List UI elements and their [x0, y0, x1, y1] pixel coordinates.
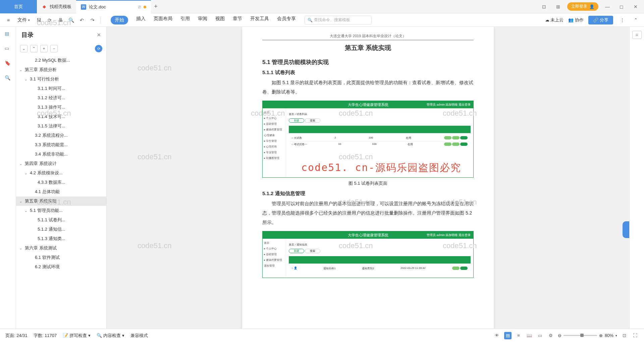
outline-item[interactable]: 6.2 测试环境 — [16, 262, 106, 272]
close-button[interactable]: ✕ — [631, 4, 641, 9]
outline-item[interactable]: 3.1.5 法律可... — [16, 121, 106, 131]
outline-item[interactable]: 3.1.4 技术可... — [16, 112, 106, 121]
preview-icon[interactable]: 🔍 — [67, 16, 75, 24]
collab-button[interactable]: 👥 协作 — [568, 17, 584, 23]
tab-home[interactable]: 首页 — [0, 0, 37, 13]
add-item-button[interactable]: + — [40, 45, 48, 52]
fullscreen-icon[interactable]: ⛶ — [631, 332, 639, 339]
menu-member[interactable]: 会员专享 — [277, 16, 296, 24]
print-icon[interactable]: 🖶 — [56, 16, 65, 24]
outline-item[interactable]: ⌄第四章 系统设计 — [16, 159, 106, 168]
outline-item[interactable]: ⌄4.2 系统模块设... — [16, 168, 106, 178]
outline-item[interactable]: ⌄第五章 系统实现 — [16, 196, 106, 206]
page-indicator[interactable]: 页面: 24/31 — [5, 333, 28, 339]
document-area[interactable]: 大连交通大学 2019 届本科生毕业设计（论文） 第五章 系统实现 5.1 管理… — [107, 27, 629, 329]
menubar: 开始 插入 页面布局 引用 审阅 视图 章节 开发工具 会员专享 — [111, 16, 296, 24]
bookmark-icon[interactable]: 🔖 — [5, 60, 11, 67]
outline-item[interactable]: ⌄第六章 系统测试 — [16, 243, 106, 253]
zoom-control[interactable]: ⊖ ⊕ 80%▾ — [558, 333, 617, 338]
heading-5-1: 5.1 管理员功能模块的实现 — [262, 58, 474, 66]
word-count[interactable]: 字数: 11707 — [34, 333, 57, 339]
file-menu[interactable]: 文件 ▾ — [15, 17, 33, 23]
redo-icon[interactable]: ↷ — [88, 16, 97, 24]
outline-item[interactable]: ⌄5.1 管理员功能... — [16, 206, 106, 215]
figure-5-1: 大学生心理健康管理系统管理员 admin 添加明细 退出登录 首页▸ 个人中心▸… — [262, 101, 474, 186]
menu-icon[interactable]: ≡ — [4, 16, 13, 24]
outline-item[interactable]: 4.1 总体功能 — [16, 187, 106, 196]
menu-dev[interactable]: 开发工具 — [250, 16, 269, 24]
outline-item[interactable]: 2.2 MySQL 数据... — [16, 56, 106, 65]
nav-icon[interactable]: ▭ — [5, 46, 11, 52]
feedback-tab[interactable] — [623, 221, 629, 238]
menu-review[interactable]: 审阅 — [198, 16, 207, 24]
more-icon[interactable]: ⋮ — [618, 16, 627, 24]
remove-item-button[interactable]: − — [50, 45, 58, 52]
outline-item[interactable]: 4.3.3 数据库... — [16, 178, 106, 187]
collapse-icon[interactable]: ⌃ — [631, 16, 640, 24]
expand-all-button[interactable]: ⌃ — [30, 45, 38, 52]
outline-item[interactable]: 3.2 系统流程分... — [16, 131, 106, 140]
panel-toggle-icon[interactable]: ≡ — [632, 31, 642, 39]
maximize-button[interactable]: ◻ — [616, 4, 627, 9]
outline-item[interactable]: ⌄3.1 可行性分析 — [16, 74, 106, 84]
zoom-slider[interactable] — [564, 335, 597, 336]
save-icon[interactable]: 🖫 — [35, 16, 43, 24]
outline-item[interactable]: 5.1.1 试卷列... — [16, 215, 106, 225]
sync-icon[interactable]: ⟳ — [45, 16, 54, 24]
zoom-level[interactable]: 80% — [605, 333, 613, 338]
outline-mode-icon[interactable]: ▤ — [5, 31, 11, 38]
spellcheck-button[interactable]: 📝拼写检查 ▾ — [63, 333, 91, 339]
compat-mode[interactable]: 兼容模式 — [130, 333, 148, 339]
outline-panel: 目录✕ ⌄ ⌃ + − ⟳ 2.2 MySQL 数据...⌄第三章 系统分析⌄3… — [16, 27, 107, 329]
content-check-button[interactable]: 🔍内容检查 ▾ — [97, 333, 124, 339]
outline-item[interactable]: 3.4 系统非功能... — [16, 150, 106, 159]
menu-layout[interactable]: 页面布局 — [154, 16, 172, 24]
sync-button[interactable]: ⟳ — [95, 45, 102, 52]
search-input[interactable]: 🔍查找命令、搜索模板 — [305, 16, 372, 24]
outline-view-icon[interactable]: ≡ — [515, 332, 522, 339]
settings-icon[interactable]: ⚙ — [547, 332, 554, 339]
collapse-all-button[interactable]: ⌄ — [20, 45, 28, 52]
cast-icon[interactable]: ⎚ — [138, 4, 141, 9]
fit-width-icon[interactable]: ⊡ — [621, 332, 628, 339]
menu-view[interactable]: 视图 — [215, 16, 225, 24]
sidebar-icons: ▤ ▭ 🔖 🔍 — [0, 27, 16, 329]
outline-item[interactable]: 3.1.3 操作可... — [16, 103, 106, 112]
outline-item[interactable]: 3.3 系统功能需... — [16, 140, 106, 150]
apps-icon[interactable]: ⊞ — [553, 4, 563, 9]
zoom-out-button[interactable]: ⊖ — [558, 333, 561, 338]
page-view-icon[interactable]: ▤ — [504, 332, 512, 339]
figure-5-2: 大学生心理健康管理系统管理员 admin 添加明细 退出登录 首页▸ 个人中心▸… — [262, 231, 474, 278]
outline-item[interactable]: 5.1.2 通知信... — [16, 225, 106, 234]
outline-title: 目录 — [21, 31, 34, 39]
menu-insert[interactable]: 插入 — [136, 16, 146, 24]
menu-chapter[interactable]: 章节 — [233, 16, 242, 24]
find-icon[interactable]: 🔍 — [5, 75, 11, 82]
tab-doc[interactable]: W论文.doc⎚ — [76, 0, 151, 13]
outline-item[interactable]: 3.1.1 时间可... — [16, 84, 106, 93]
minimize-button[interactable]: — — [602, 4, 612, 9]
statusbar: 页面: 24/31 字数: 11707 📝拼写检查 ▾ 🔍内容检查 ▾ 兼容模式… — [0, 329, 644, 342]
share-button[interactable]: 🔗 分享 — [588, 16, 613, 24]
user-icon: 👤 — [589, 4, 594, 9]
web-view-icon[interactable]: ▭ — [536, 332, 544, 339]
menu-ref[interactable]: 引用 — [180, 16, 190, 24]
zoom-in-button[interactable]: ⊕ — [599, 333, 603, 338]
outline-item[interactable]: ⌄第三章 系统分析 — [16, 65, 106, 74]
eye-icon[interactable]: 👁 — [493, 332, 501, 339]
layout-icon[interactable]: ⊡ — [539, 4, 549, 9]
menu-start[interactable]: 开始 — [111, 16, 128, 24]
cloud-status[interactable]: ☁ 未上云 — [545, 17, 564, 23]
read-view-icon[interactable]: 📖 — [526, 332, 533, 339]
outline-item[interactable]: 6.1 软件测试 — [16, 253, 106, 262]
outline-item[interactable]: 3.1.2 经济可... — [16, 93, 106, 103]
toolbar: ≡ 文件 ▾ 🖫 ⟳ 🖶 🔍 ↶ ↷ 开始 插入 页面布局 引用 审阅 视图 章… — [0, 13, 644, 27]
outline-close-button[interactable]: ✕ — [97, 32, 101, 38]
tab-template[interactable]: ◆找稻壳模板 — [37, 0, 76, 13]
undo-icon[interactable]: ↶ — [77, 16, 86, 24]
outline-item[interactable]: 5.1.3 通知类... — [16, 234, 106, 243]
new-tab-button[interactable]: + — [151, 3, 161, 10]
modified-dot — [144, 6, 146, 8]
page-header: 大连交通大学 2019 届本科生毕业设计（论文） — [262, 34, 474, 40]
login-button[interactable]: 立即登录👤 — [567, 2, 598, 11]
